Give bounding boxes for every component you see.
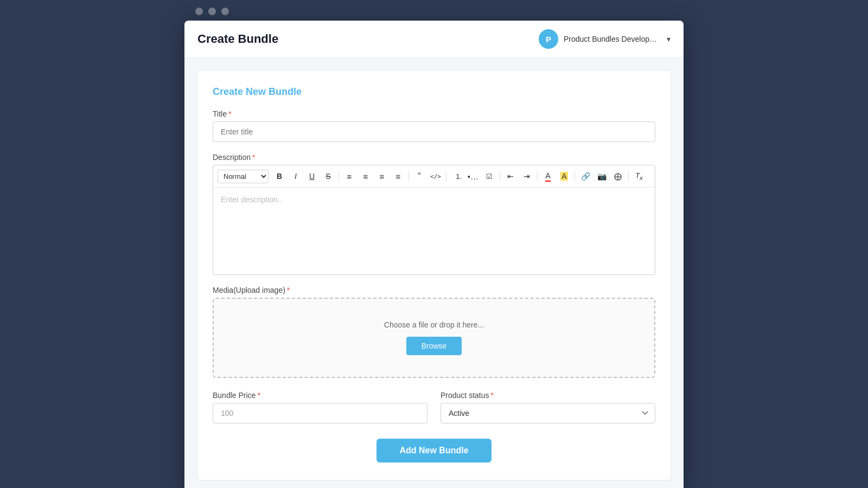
indent-icon: ⇥ xyxy=(524,172,530,181)
toolbar-divider-7 xyxy=(628,171,629,182)
avatar: P xyxy=(539,29,558,49)
upload-text: Choose a file or drop it here... xyxy=(384,320,484,329)
align-justify-button[interactable]: ≡ xyxy=(391,169,406,184)
bold-icon: B xyxy=(277,172,282,181)
unordered-list-button[interactable]: •… xyxy=(465,169,481,184)
align-center-icon: ≡ xyxy=(363,172,368,181)
code-icon: </> xyxy=(430,173,441,180)
status-select[interactable]: Active Inactive xyxy=(441,403,655,423)
traffic-dot-3 xyxy=(221,8,229,15)
header: Create Bundle P Product Bundles Developm… xyxy=(184,21,684,58)
align-justify-icon: ≡ xyxy=(396,172,401,181)
checklist-button[interactable]: ☑ xyxy=(482,169,497,184)
table-button[interactable]: ⨁ xyxy=(610,169,626,184)
align-right-button[interactable]: ≡ xyxy=(374,169,390,184)
browse-button[interactable]: Browse xyxy=(406,337,462,355)
price-required-star: * xyxy=(257,391,260,400)
toolbar-divider-4 xyxy=(500,171,500,182)
media-required-star: * xyxy=(287,286,290,294)
title-input[interactable] xyxy=(213,121,655,142)
italic-button[interactable]: I xyxy=(288,169,303,184)
strikethrough-icon: S xyxy=(326,172,330,181)
toolbar-divider-1 xyxy=(339,171,339,182)
outdent-icon: ⇤ xyxy=(507,172,514,181)
bg-color-icon: A xyxy=(560,172,567,181)
section-title: Create New Bundle xyxy=(213,86,655,98)
ordered-list-button[interactable]: 1. xyxy=(449,169,464,184)
add-new-bundle-button[interactable]: Add New Bundle xyxy=(376,439,491,463)
price-label: Bundle Price * xyxy=(213,391,427,400)
content-area: Create New Bundle Title * Description * … xyxy=(184,58,684,488)
blockquote-button[interactable]: “ xyxy=(412,169,427,184)
description-input[interactable]: Enter description.. xyxy=(213,188,655,274)
unordered-list-icon: •… xyxy=(468,172,478,181)
strikethrough-button[interactable]: S xyxy=(321,169,336,184)
description-label: Description * xyxy=(213,153,655,162)
code-button[interactable]: </> xyxy=(428,169,443,184)
clear-format-button[interactable]: Tx xyxy=(631,169,647,184)
toolbar-divider-3 xyxy=(446,171,446,182)
image-button[interactable]: 📷 xyxy=(594,169,609,184)
italic-icon: I xyxy=(295,172,297,181)
chevron-down-icon: ▾ xyxy=(667,35,671,43)
store-selector[interactable]: P Product Bundles Developm... ▾ xyxy=(539,29,671,49)
price-input[interactable] xyxy=(213,403,427,423)
checklist-icon: ☑ xyxy=(486,172,493,181)
status-label: Product status * xyxy=(441,391,655,400)
price-field: Bundle Price * xyxy=(213,391,427,423)
page-title: Create Bundle xyxy=(197,32,278,46)
underline-button[interactable]: U xyxy=(304,169,320,184)
add-button-row: Add New Bundle xyxy=(213,439,655,463)
main-window: Create Bundle P Product Bundles Developm… xyxy=(184,21,684,488)
indent-button[interactable]: ⇥ xyxy=(519,169,534,184)
status-field: Product status * Active Inactive xyxy=(441,391,655,423)
format-select[interactable]: Normal Heading 1 Heading 2 Heading 3 xyxy=(218,170,269,183)
font-color-button[interactable]: A xyxy=(540,169,556,184)
description-required-star: * xyxy=(252,153,255,162)
status-required-star: * xyxy=(491,391,494,400)
media-label: Media(Upload image) * xyxy=(213,286,655,294)
traffic-dot-2 xyxy=(208,8,216,15)
align-left-button[interactable]: ≡ xyxy=(342,169,357,184)
bg-color-button[interactable]: A xyxy=(557,169,572,184)
description-editor: Normal Heading 1 Heading 2 Heading 3 B I… xyxy=(213,165,655,275)
title-required-star: * xyxy=(228,110,231,118)
table-icon: ⨁ xyxy=(614,172,622,181)
align-center-button[interactable]: ≡ xyxy=(358,169,373,184)
link-icon: 🔗 xyxy=(581,172,590,181)
link-button[interactable]: 🔗 xyxy=(578,169,593,184)
outdent-button[interactable]: ⇤ xyxy=(503,169,518,184)
blockquote-icon: “ xyxy=(418,171,420,181)
store-name: Product Bundles Developm... xyxy=(564,35,661,43)
align-right-icon: ≡ xyxy=(380,172,385,181)
editor-toolbar: Normal Heading 1 Heading 2 Heading 3 B I… xyxy=(213,165,655,188)
upload-zone[interactable]: Choose a file or drop it here... Browse xyxy=(213,298,655,378)
toolbar-divider-5 xyxy=(537,171,538,182)
clear-format-icon: Tx xyxy=(635,171,642,181)
description-placeholder: Enter description.. xyxy=(221,195,282,204)
align-left-icon: ≡ xyxy=(347,172,352,181)
toolbar-divider-2 xyxy=(409,171,409,182)
form-card: Create New Bundle Title * Description * … xyxy=(197,71,671,480)
font-color-icon: A xyxy=(545,171,550,182)
price-status-row: Bundle Price * Product status * Active I… xyxy=(213,391,655,423)
ordered-list-icon: 1. xyxy=(452,172,462,181)
underline-icon: U xyxy=(309,172,315,181)
image-icon: 📷 xyxy=(597,172,607,181)
traffic-dot-1 xyxy=(195,8,203,15)
toolbar-divider-6 xyxy=(575,171,575,182)
traffic-lights xyxy=(184,0,684,21)
title-label: Title * xyxy=(213,110,655,118)
bold-button[interactable]: B xyxy=(272,169,287,184)
